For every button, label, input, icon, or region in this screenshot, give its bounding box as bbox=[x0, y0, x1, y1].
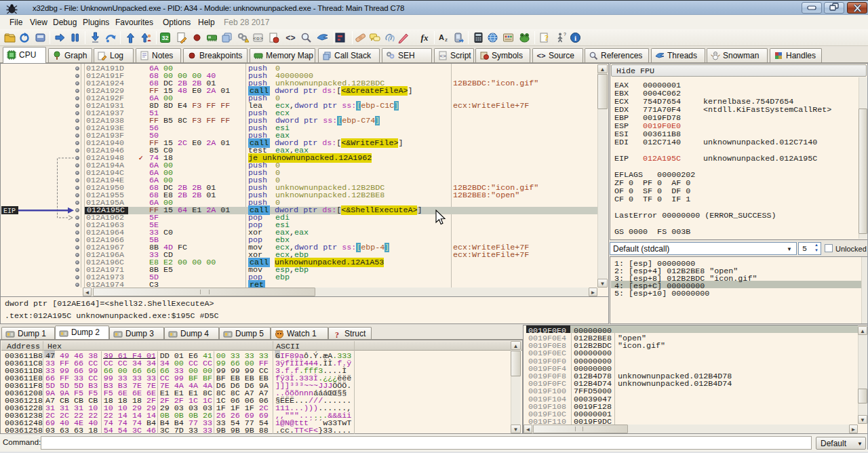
svg-text:<o>: <o> bbox=[253, 35, 263, 41]
svg-text:A: A bbox=[439, 33, 444, 41]
svg-text:?: ? bbox=[545, 33, 549, 43]
svg-text:z: z bbox=[445, 37, 448, 43]
svg-text:i: i bbox=[574, 34, 576, 42]
svg-text:<>: <> bbox=[536, 52, 546, 60]
svg-text:EIP: EIP bbox=[3, 208, 16, 215]
svg-text:32: 32 bbox=[161, 35, 168, 41]
svg-text:?: ? bbox=[335, 330, 339, 339]
svg-text:?: ? bbox=[564, 32, 566, 37]
svg-text:fx: fx bbox=[421, 33, 429, 43]
svg-text:<>: <> bbox=[285, 34, 295, 43]
svg-text:<>: <> bbox=[439, 53, 446, 59]
